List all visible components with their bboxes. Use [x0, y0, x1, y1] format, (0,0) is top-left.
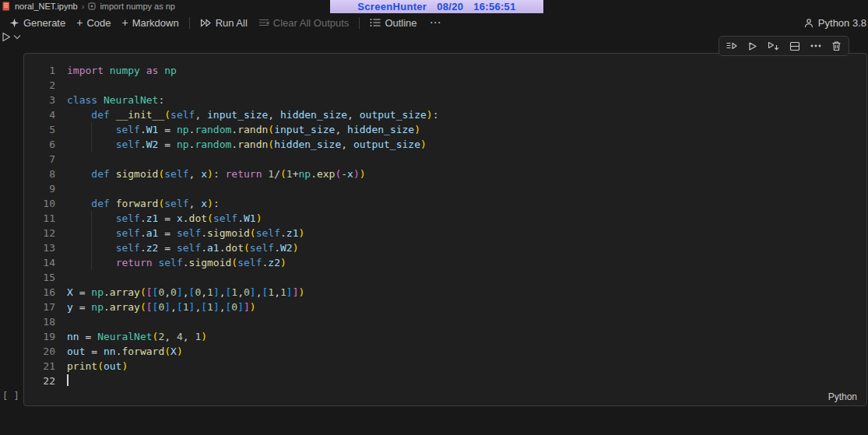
execute-above-icon[interactable] — [722, 38, 741, 54]
code-line[interactable]: 22 — [24, 374, 866, 388]
toolbar-separator — [359, 17, 360, 29]
delete-icon[interactable] — [827, 38, 846, 54]
symbol-icon — [88, 2, 96, 10]
code-line[interactable]: 6 self.W2 = np.random.randn(hidden_size,… — [24, 137, 866, 152]
split-cell-icon[interactable] — [785, 38, 804, 54]
indent-guide — [67, 255, 91, 270]
line-number: 17 — [24, 300, 55, 314]
line-number: 13 — [24, 240, 55, 255]
code-text — [55, 374, 69, 388]
add-markdown-cell-button[interactable]: + Markdown — [117, 14, 183, 32]
run-all-label: Run All — [216, 17, 248, 29]
code-line[interactable]: 20out = nn.forward(X) — [24, 344, 866, 359]
indent-guide — [91, 240, 115, 255]
code-text: def sigmoid(self, x): return 1/(1+np.exp… — [55, 167, 366, 181]
indent-guide — [91, 122, 115, 137]
code-line[interactable]: 1import numpy as np — [24, 63, 866, 78]
collapse-cell-chevron-icon[interactable] — [13, 34, 21, 40]
line-number: 9 — [24, 181, 55, 196]
run-cell-button[interactable] — [2, 32, 11, 42]
code-line[interactable]: 11 self.z1 = x.dot(self.W1) — [24, 211, 866, 226]
code-text: print(out) — [55, 359, 128, 374]
more-actions-icon[interactable] — [806, 38, 825, 54]
chevron-right-icon: › — [82, 2, 85, 11]
line-number: 15 — [24, 270, 55, 285]
code-line[interactable]: 8 def sigmoid(self, x): return 1/(1+np.e… — [24, 167, 866, 181]
code-text — [55, 181, 67, 196]
code-line[interactable]: 9 — [24, 181, 866, 196]
line-number: 14 — [24, 255, 55, 270]
text-cursor — [67, 374, 69, 386]
add-code-label: Code — [86, 17, 111, 29]
indent-guide — [67, 167, 91, 181]
cell-language-label[interactable]: Python — [828, 391, 857, 402]
kernel-icon — [803, 18, 814, 28]
line-number: 5 — [24, 122, 55, 137]
code-line[interactable]: 5 self.W1 = np.random.randn(input_size, … — [24, 122, 866, 137]
code-text: y = np.array([[0],[1],[1],[0]]) — [55, 300, 256, 314]
breadcrumb-symbol[interactable]: import numpy as np — [100, 2, 175, 11]
breadcrumb-file[interactable]: noral_NET.ipynb — [15, 2, 78, 11]
line-number: 10 — [24, 196, 55, 211]
code-text — [55, 314, 67, 329]
execute-cell-icon[interactable] — [743, 38, 762, 54]
line-number: 12 — [24, 226, 55, 240]
line-number: 2 — [24, 78, 55, 93]
add-markdown-label: Markdown — [132, 17, 179, 29]
code-line[interactable]: 12 self.a1 = self.sigmoid(self.z1) — [24, 226, 866, 240]
line-number: 6 — [24, 137, 55, 152]
indent-guide — [91, 255, 115, 270]
kernel-picker-button[interactable]: Python 3.8 — [799, 12, 868, 33]
code-text: def __init__(self, input_size, hidden_si… — [55, 107, 438, 122]
code-text: self.a1 = self.sigmoid(self.z1) — [55, 226, 304, 240]
clear-outputs-label: Clear All Outputs — [273, 17, 350, 29]
code-text: import numpy as np — [55, 63, 177, 78]
line-number: 1 — [24, 63, 55, 78]
code-line[interactable]: 21print(out) — [24, 359, 866, 374]
line-number: 8 — [24, 167, 55, 181]
code-text: return self.sigmoid(self.z2) — [55, 255, 286, 270]
notebook-toolbar: Generate + Code + Markdown Run All Clear… — [0, 12, 868, 33]
code-line[interactable]: 2 — [24, 78, 866, 93]
code-text: def forward(self, x): — [55, 196, 220, 211]
line-number: 7 — [24, 152, 55, 167]
watermark-app-name: ScreenHunter — [357, 1, 427, 12]
line-number: 20 — [24, 344, 55, 359]
cell-toolbar — [719, 36, 849, 56]
code-line[interactable]: 15 — [24, 270, 866, 285]
toolbar-more-button[interactable]: ⋯ — [423, 12, 448, 33]
execute-below-icon[interactable] — [764, 38, 783, 54]
code-line[interactable]: 16X = np.array([[0,0],[0,1],[1,0],[1,1]]… — [24, 285, 866, 300]
code-line[interactable]: 17y = np.array([[0],[1],[1],[0]]) — [24, 300, 866, 314]
line-number: 16 — [24, 285, 55, 300]
code-line[interactable]: 3class NeuralNet: — [24, 93, 866, 107]
line-number: 21 — [24, 359, 55, 374]
line-number: 3 — [24, 93, 55, 107]
code-text: self.W2 = np.random.randn(hidden_size, o… — [55, 137, 427, 152]
outline-label: Outline — [385, 17, 416, 29]
clear-all-outputs-button[interactable]: Clear All Outputs — [254, 14, 354, 32]
indent-guide — [67, 107, 91, 122]
kernel-label: Python 3.8 — [818, 17, 866, 29]
code-text: out = nn.forward(X) — [55, 344, 183, 359]
code-line[interactable]: 13 self.z2 = self.a1.dot(self.W2) — [24, 240, 866, 255]
run-all-button[interactable]: Run All — [195, 14, 252, 32]
add-code-cell-button[interactable]: + Code — [72, 14, 115, 32]
generate-button[interactable]: Generate — [5, 14, 70, 32]
code-line[interactable]: 4 def __init__(self, input_size, hidden_… — [24, 107, 866, 122]
indent-guide — [67, 196, 91, 211]
notebook-file-icon — [2, 2, 11, 11]
clear-outputs-icon — [258, 18, 269, 27]
toolbar-separator — [189, 17, 190, 29]
watermark-date: 08/20 — [437, 1, 463, 12]
code-line[interactable]: 14 return self.sigmoid(self.z2) — [24, 255, 866, 270]
screenhunter-watermark: ScreenHunter 08/20 16:56:51 — [330, 0, 543, 13]
code-line[interactable]: 18 — [24, 314, 866, 329]
line-number: 19 — [24, 329, 55, 344]
code-line[interactable]: 7 — [24, 152, 866, 167]
plus-icon: + — [76, 17, 83, 28]
outline-button[interactable]: Outline — [365, 14, 421, 32]
code-line[interactable]: 19nn = NeuralNet(2, 4, 1) — [24, 329, 866, 344]
code-line[interactable]: 10 def forward(self, x): — [24, 196, 866, 211]
code-text: self.z1 = x.dot(self.W1) — [55, 211, 262, 226]
